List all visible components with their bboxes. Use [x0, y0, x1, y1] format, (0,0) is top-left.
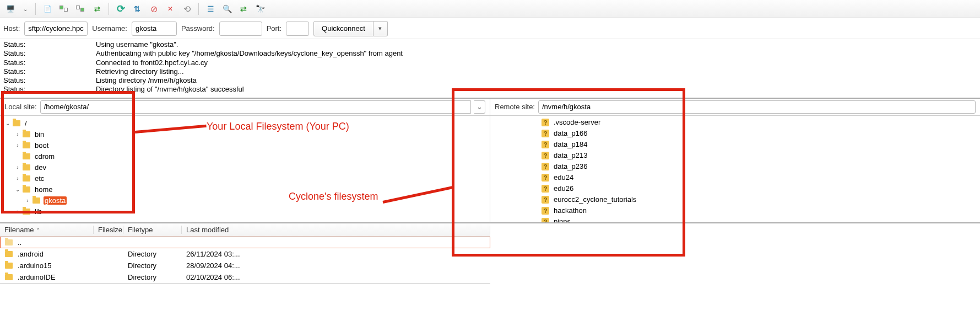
expand-icon[interactable]: ›	[14, 131, 21, 137]
tree-item[interactable]: data_p166	[490, 128, 980, 139]
tree-item[interactable]: ›boot	[0, 140, 490, 151]
port-input[interactable]	[286, 22, 309, 36]
folder-icon	[22, 163, 31, 172]
expand-icon[interactable]: ›	[24, 197, 31, 204]
file-row[interactable]: ..	[0, 237, 490, 248]
cancel-button[interactable]	[147, 2, 161, 16]
tree-item-label: bin	[34, 130, 45, 138]
tree-item-label: .vscode-server	[553, 118, 602, 126]
quickconnect-history-dropdown[interactable]	[373, 21, 388, 36]
log-message: Using username "gkosta".	[96, 40, 178, 49]
host-input[interactable]	[24, 22, 88, 36]
tree-item-label: data_p184	[553, 140, 588, 148]
file-name: .arduino15	[18, 261, 51, 270]
expand-icon[interactable]: ›	[14, 175, 21, 181]
main-toolbar: 🖥️ ⌄ 📄 ⇄	[0, 0, 980, 18]
tree-item[interactable]: ⌄home	[0, 184, 490, 195]
tree-item[interactable]: ›lib	[0, 206, 490, 217]
unknown-folder-icon	[541, 217, 550, 223]
unknown-folder-icon	[541, 118, 550, 127]
tree-item-label: boot	[34, 141, 50, 150]
tree-item[interactable]: .vscode-server	[490, 117, 980, 128]
tree-item[interactable]: ›dev	[0, 162, 490, 173]
tree-item[interactable]: hackathon	[490, 205, 980, 216]
file-row[interactable]: .arduinoIDEDirectory02/10/2024 06:...	[0, 271, 490, 283]
folder-icon	[22, 174, 31, 183]
file-modified: 02/10/2024 06:...	[182, 273, 490, 281]
tree-item-label: data_p213	[553, 151, 588, 159]
tree-item[interactable]: eurocc2_cyclone_tutorials	[490, 194, 980, 205]
file-type: Directory	[123, 273, 182, 281]
local-file-list[interactable]: Filename Filesize Filetype Last modified…	[0, 223, 490, 284]
tree-item-label: edu26	[553, 184, 575, 193]
unknown-folder-icon	[541, 162, 550, 171]
tree-item-label: /	[24, 119, 28, 127]
local-tree[interactable]: ⌄/›bin›bootcdrom›dev›etc⌄home›gkosta›lib	[0, 116, 490, 223]
log-message: Directory listing of "/nvme/h/gkosta" su…	[96, 85, 244, 94]
expand-icon[interactable]: ›	[14, 142, 21, 148]
local-site-label: Local site:	[4, 103, 37, 111]
col-lastmodified[interactable]: Last modified	[182, 226, 490, 234]
server-listing-button[interactable]	[203, 2, 218, 16]
toggle-log-button[interactable]: 📄	[40, 2, 55, 16]
folder-icon	[22, 130, 31, 139]
unknown-folder-icon	[541, 195, 550, 204]
tree-item[interactable]: ⌄/	[0, 118, 490, 129]
file-modified: 28/09/2024 04:...	[182, 261, 490, 270]
port-label: Port:	[267, 24, 281, 33]
local-site-input[interactable]	[40, 100, 471, 114]
expand-icon[interactable]: ›	[14, 209, 21, 215]
col-filename[interactable]: Filename	[0, 226, 94, 234]
process-queue-button[interactable]	[130, 2, 144, 16]
site-manager-button[interactable]: 🖥️	[3, 2, 18, 16]
tree-item[interactable]: pinns	[490, 216, 980, 223]
tree-item[interactable]: edu26	[490, 183, 980, 194]
expand-icon[interactable]: ⌄	[14, 186, 21, 193]
site-manager-dropdown[interactable]: ⌄	[20, 6, 31, 12]
expand-icon[interactable]: ⌄	[4, 120, 11, 126]
message-log[interactable]: Status:Using username "gkosta".Status:Au…	[0, 39, 980, 99]
toggle-queue-button[interactable]: ⇄	[90, 2, 104, 16]
log-label: Status:	[3, 67, 96, 76]
tree-item[interactable]: cdrom	[0, 151, 490, 162]
disconnect-button[interactable]	[163, 2, 177, 16]
tree-item-label: hackathon	[553, 206, 588, 215]
file-type: Directory	[123, 250, 182, 258]
file-row[interactable]: .androidDirectory26/11/2024 03:...	[0, 248, 490, 260]
folder-icon	[12, 119, 21, 128]
toggle-local-tree-button[interactable]	[57, 2, 71, 16]
file-type: Directory	[123, 261, 182, 270]
log-message: Connected to front02.hpcf.cyi.ac.cy	[96, 58, 208, 67]
quickconnect-button[interactable]: Quickconnect	[313, 21, 373, 36]
password-input[interactable]	[219, 22, 262, 36]
tree-item-label: data_p166	[553, 129, 588, 137]
reconnect-button[interactable]	[180, 2, 194, 16]
filter-button[interactable]	[220, 2, 234, 16]
log-label: Status:	[3, 49, 96, 58]
col-filesize[interactable]: Filesize	[94, 226, 123, 234]
username-input[interactable]	[132, 22, 177, 36]
file-name: .arduinoIDE	[18, 273, 56, 281]
compare-button[interactable]	[236, 2, 251, 16]
remote-site-input[interactable]	[538, 100, 976, 114]
local-site-dropdown[interactable]	[474, 100, 485, 114]
tree-item[interactable]: data_p236	[490, 161, 980, 172]
tree-item[interactable]: ›etc	[0, 173, 490, 184]
tree-item[interactable]: data_p184	[490, 139, 980, 150]
toggle-remote-tree-button[interactable]	[73, 2, 88, 16]
tree-item[interactable]: edu24	[490, 172, 980, 183]
file-row[interactable]: .arduino15Directory28/09/2024 04:...	[0, 260, 490, 271]
remote-tree[interactable]: .vscode-serverdata_p166data_p184data_p21…	[490, 116, 980, 223]
unknown-folder-icon	[541, 184, 550, 193]
folder-icon	[22, 152, 31, 161]
folder-icon	[22, 207, 31, 216]
unknown-folder-icon	[541, 206, 550, 215]
tree-item[interactable]: ›gkosta	[0, 195, 490, 206]
search-button[interactable]	[253, 2, 267, 16]
col-filetype[interactable]: Filetype	[123, 226, 182, 234]
refresh-button[interactable]	[113, 2, 128, 16]
expand-icon[interactable]: ›	[14, 164, 21, 170]
log-label: Status:	[3, 85, 96, 94]
tree-item[interactable]: data_p213	[490, 150, 980, 161]
tree-item[interactable]: ›bin	[0, 129, 490, 140]
